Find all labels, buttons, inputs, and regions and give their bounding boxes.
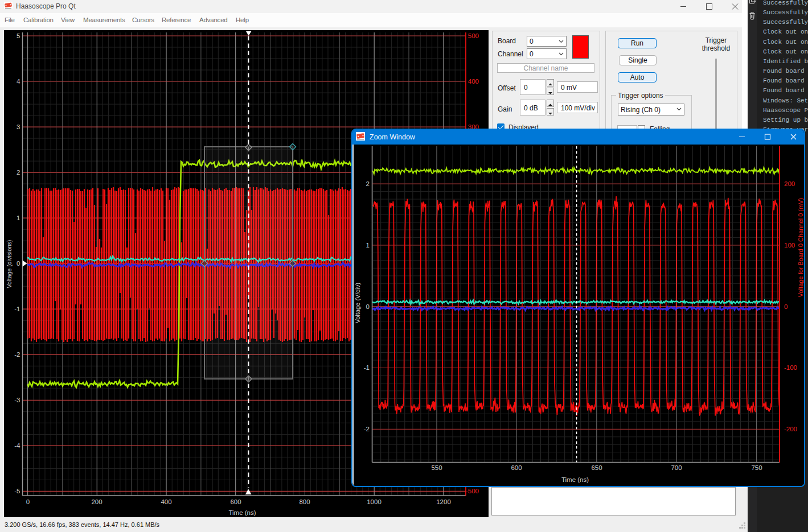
svg-text:800: 800 xyxy=(299,498,310,505)
svg-text:-1: -1 xyxy=(14,306,20,312)
svg-text:-2: -2 xyxy=(14,351,20,358)
svg-text:0: 0 xyxy=(784,303,788,310)
svg-text:Voltage (divisions): Voltage (divisions) xyxy=(6,240,13,288)
svg-text:-3: -3 xyxy=(14,397,20,403)
svg-text:500: 500 xyxy=(468,32,479,39)
svg-text:1000: 1000 xyxy=(367,498,382,505)
svg-text:-2: -2 xyxy=(364,426,370,432)
svg-text:2: 2 xyxy=(366,180,370,187)
svg-text:-100: -100 xyxy=(784,364,797,371)
svg-text:Voltage for Board 0 Channel 0: Voltage for Board 0 Channel 0 (mV) xyxy=(797,198,804,297)
svg-text:4: 4 xyxy=(17,78,20,85)
svg-text:100: 100 xyxy=(784,242,795,249)
svg-text:5: 5 xyxy=(17,32,20,39)
svg-text:600: 600 xyxy=(230,498,241,505)
svg-text:200: 200 xyxy=(784,180,795,187)
svg-text:-200: -200 xyxy=(784,426,797,432)
svg-text:-1: -1 xyxy=(364,364,370,371)
svg-text:0: 0 xyxy=(17,260,20,267)
svg-text:550: 550 xyxy=(431,464,442,471)
svg-text:0: 0 xyxy=(26,498,30,505)
svg-text:Time (ns): Time (ns) xyxy=(228,509,256,516)
svg-text:1200: 1200 xyxy=(436,498,451,505)
svg-text:750: 750 xyxy=(751,464,762,471)
svg-text:-4: -4 xyxy=(14,442,20,449)
svg-text:200: 200 xyxy=(91,498,102,505)
svg-text:1: 1 xyxy=(17,215,20,221)
svg-text:1: 1 xyxy=(366,242,370,249)
svg-text:-500: -500 xyxy=(466,488,479,494)
svg-text:Voltage (V/div): Voltage (V/div) xyxy=(354,283,361,324)
svg-text:700: 700 xyxy=(671,464,682,471)
svg-text:650: 650 xyxy=(591,464,602,471)
svg-text:400: 400 xyxy=(161,498,171,505)
svg-text:400: 400 xyxy=(468,78,479,85)
svg-text:3: 3 xyxy=(17,123,20,130)
svg-text:2: 2 xyxy=(17,169,20,176)
svg-text:600: 600 xyxy=(511,464,522,471)
svg-text:-5: -5 xyxy=(14,488,20,494)
svg-text:Time (ns): Time (ns) xyxy=(561,476,589,483)
svg-text:0: 0 xyxy=(366,303,370,310)
